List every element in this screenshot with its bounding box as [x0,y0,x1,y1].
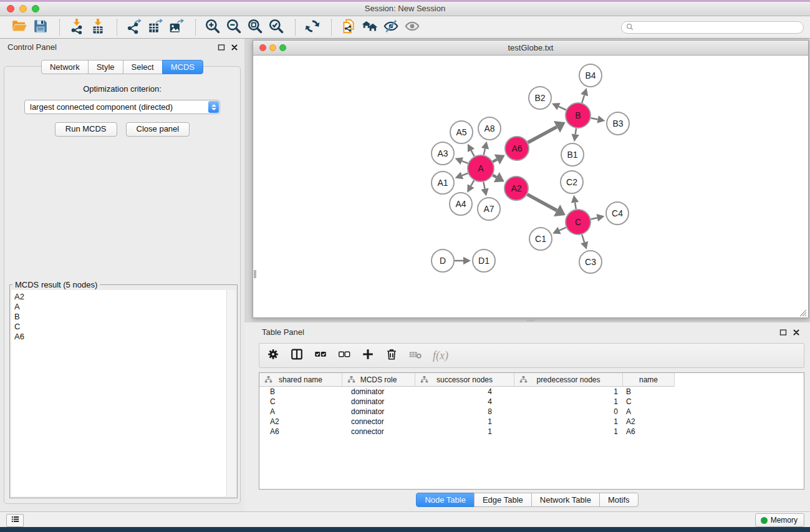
graph-node-B4[interactable]: B4 [579,64,602,87]
table-row[interactable]: A6connector11A6 [259,427,804,437]
table-row[interactable]: Adominator80A [259,407,804,417]
mcds-result-item[interactable]: A [14,302,226,312]
graph-node-A2[interactable]: A2 [504,177,528,200]
split-panel-button[interactable] [289,348,304,363]
memory-button[interactable]: Memory [755,513,804,527]
mcds-result-item[interactable]: A6 [14,332,226,342]
graph-edge-A-A7[interactable] [483,182,485,189]
graph-node-A6[interactable]: A6 [505,137,529,160]
graph-node-A5[interactable]: A5 [450,121,473,143]
resize-grip-icon[interactable] [799,308,807,316]
graph-edge-B-B1[interactable] [576,128,576,135]
graph-edge-C-C3[interactable] [582,235,584,242]
graph-node-C2[interactable]: C2 [561,171,583,193]
duplicate-network-button[interactable] [339,19,358,36]
column-header-successor-nodes[interactable]: successor nodes [415,373,514,387]
network-canvas[interactable]: AA6A2BCA5A8A3A1A4A7B2B4B3B1C2C4C1C3DD1 [253,56,808,317]
graph-edge-B-B3[interactable] [591,118,598,119]
graph-edge-A-A4[interactable] [471,180,474,186]
table-row[interactable]: A2connector11A2 [259,417,804,427]
tab-motifs[interactable]: Motifs [599,493,639,507]
import-network-button[interactable] [67,19,86,36]
close-panel-icon[interactable] [231,44,238,51]
tab-network[interactable]: Network [41,60,89,74]
add-column-button[interactable] [360,348,375,363]
mcds-result-item[interactable]: A2 [14,292,226,302]
import-table-button[interactable] [89,19,107,36]
network-window-titlebar[interactable]: testGlobe.txt [253,41,808,56]
mcds-result-item[interactable]: B [14,312,226,322]
graph-node-B2[interactable]: B2 [529,87,551,109]
search-box[interactable] [621,21,804,34]
criterion-select[interactable]: largest connected component (directed) [24,100,220,114]
delete-columns-button[interactable] [384,348,399,363]
close-panel-icon[interactable] [793,329,800,336]
graph-edge-A6-B[interactable] [528,127,557,142]
float-panel-icon[interactable] [779,329,787,336]
graph-node-B1[interactable]: B1 [561,143,584,166]
graph-node-D[interactable]: D [432,249,454,272]
open-file-button[interactable] [10,19,29,36]
graph-node-D1[interactable]: D1 [473,249,495,272]
export-image-button[interactable] [167,19,186,36]
graph-edge-A2-C[interactable] [528,195,557,211]
graph-edge-A-A5[interactable] [471,150,475,156]
tab-edge-table[interactable]: Edge Table [474,493,532,507]
graph-node-B[interactable]: B [566,103,591,128]
graph-edge-A-A1[interactable] [462,173,468,176]
graph-edge-A-A3[interactable] [462,161,468,163]
graph-node-C[interactable]: C [566,210,591,235]
graph-node-B3[interactable]: B3 [607,112,629,135]
zoom-fit-button[interactable] [246,19,264,36]
float-panel-icon[interactable] [218,44,225,51]
tab-select[interactable]: Select [123,60,163,74]
eye-slash-button[interactable] [382,19,400,36]
task-history-button[interactable] [6,514,24,527]
graph-edge-C-C1[interactable] [559,228,566,231]
table-row[interactable]: Cdominator41C [259,397,804,407]
refresh-network-button[interactable] [303,19,322,36]
deselect-all-button[interactable] [337,348,352,363]
close-panel-button[interactable]: Close panel [126,122,190,137]
table-row[interactable]: Bdominator41B [259,387,804,397]
export-table-button[interactable] [146,19,165,36]
tab-style[interactable]: Style [88,60,123,74]
delete-table-button[interactable] [408,348,423,363]
export-network-button[interactable] [125,19,143,36]
graph-node-A3[interactable]: A3 [432,142,454,165]
graph-node-A8[interactable]: A8 [478,117,501,140]
zoom-selected-button[interactable] [267,19,286,36]
run-mcds-button[interactable]: Run MCDS [55,122,117,137]
eye-button[interactable] [403,19,422,36]
graph-node-A1[interactable]: A1 [432,172,454,194]
graph-edge-C-C2[interactable] [575,203,576,210]
graph-node-C1[interactable]: C1 [529,228,552,250]
graph-node-A7[interactable]: A7 [478,198,500,220]
zoom-in-button[interactable] [203,19,222,36]
graph-edge-A-A6[interactable] [493,160,497,162]
select-all-button[interactable] [313,348,328,363]
mcds-list-scrollbar[interactable] [226,290,236,496]
tab-node-table[interactable]: Node Table [416,493,475,507]
gear-button[interactable] [266,348,281,363]
graph-node-C4[interactable]: C4 [606,202,629,225]
graph-edge-B-B4[interactable] [582,95,584,102]
tab-network-table[interactable]: Network Table [531,493,600,507]
search-input[interactable] [636,22,803,32]
houses-button[interactable] [360,19,379,36]
column-header-MCDS-role[interactable]: MCDS role [342,373,415,387]
graph-edge-A-A2[interactable] [493,175,496,177]
zoom-out-button[interactable] [224,19,243,36]
graph-edge-A-A8[interactable] [484,148,485,155]
graph-node-C3[interactable]: C3 [579,251,602,273]
save-session-button[interactable] [31,19,50,36]
graph-node-A4[interactable]: A4 [450,193,472,215]
tab-mcds[interactable]: MCDS [162,60,203,74]
column-header-name[interactable]: name [623,373,675,387]
graph-edge-B-B2[interactable] [559,107,566,110]
graph-edge-C-C4[interactable] [591,218,597,219]
graph-node-A[interactable]: A [468,155,494,181]
mcds-result-item[interactable]: C [14,322,226,332]
column-header-shared-name[interactable]: shared name [259,373,342,387]
column-header-predecessor-nodes[interactable]: predecessor nodes [514,373,623,387]
